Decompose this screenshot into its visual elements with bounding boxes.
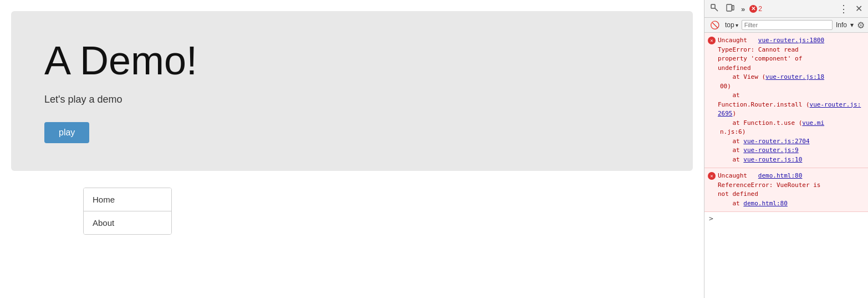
svg-rect-3 xyxy=(732,6,734,10)
log-level-dropdown-button[interactable]: ▾ xyxy=(850,21,854,29)
error-1-link[interactable]: vue-router.js:1800 xyxy=(758,37,824,44)
error-count-badge: ✕ 2 xyxy=(749,5,762,13)
devtools-toolbar: » ✕ 2 ⋮ ✕ xyxy=(704,0,868,18)
nav-menu: Home About xyxy=(83,188,172,235)
devtools-more-menu-button[interactable]: ⋮ xyxy=(836,3,851,15)
context-label: top xyxy=(725,21,734,29)
prompt-chevron: > xyxy=(709,214,713,223)
log-level-info-button[interactable]: Info xyxy=(836,21,847,29)
devtools-close-button[interactable]: ✕ xyxy=(853,3,865,14)
hero-title: A Demo! xyxy=(44,39,665,83)
svg-line-1 xyxy=(715,8,718,11)
error-2-link[interactable]: demo.html:80 xyxy=(758,172,802,179)
svg-rect-2 xyxy=(727,4,732,11)
error-block-2: ✕ Uncaught demo.html:80 ReferenceError: … xyxy=(704,168,868,212)
chevron-down-icon: ▾ xyxy=(850,21,854,29)
more-tabs-button[interactable]: » xyxy=(739,3,747,14)
chevron-down-icon: ▾ xyxy=(736,22,738,28)
error-icon-1: ✕ xyxy=(708,37,716,44)
no-entry-button[interactable]: 🚫 xyxy=(708,19,722,31)
play-button[interactable]: play xyxy=(44,122,89,143)
inspect-element-button[interactable] xyxy=(708,2,721,15)
error-block-1: ✕ Uncaught vue-router.js:1800 TypeError:… xyxy=(704,33,868,168)
vue-router-10-link[interactable]: vue-router.js:10 xyxy=(743,156,802,163)
demo-html-link[interactable]: demo.html:80 xyxy=(743,200,787,207)
hero-subtitle: Let's play a demo xyxy=(44,94,665,105)
error-1-text: Uncaught vue-router.js:1800 TypeError: C… xyxy=(718,36,864,164)
more-tabs-icon: » xyxy=(741,5,745,13)
context-selector-button[interactable]: top ▾ xyxy=(725,21,738,29)
hero-card: A Demo! Let's play a demo play xyxy=(11,11,693,171)
browser-content: A Demo! Let's play a demo play Home Abou… xyxy=(0,0,704,298)
console-filter-input[interactable] xyxy=(742,20,833,30)
device-toolbar-button[interactable] xyxy=(723,2,737,15)
vue-router-2704-link[interactable]: vue-router.js:2704 xyxy=(743,138,809,145)
devtools-console: ✕ Uncaught vue-router.js:1800 TypeError:… xyxy=(704,33,868,298)
nav-item-home[interactable]: Home xyxy=(84,188,171,211)
vue-router-view-link[interactable]: vue-router.js:18 xyxy=(765,73,824,80)
vue-min-link[interactable]: vue.mi xyxy=(802,119,824,127)
error-2-text: Uncaught demo.html:80 ReferenceError: Vu… xyxy=(718,171,820,208)
vue-router-install-link[interactable]: vue-router.js:2695 xyxy=(718,101,861,118)
devtools-filter-bar: 🚫 top ▾ Info ▾ ⚙ xyxy=(704,18,868,33)
nav-item-about[interactable]: About xyxy=(84,211,171,234)
devtools-panel: » ✕ 2 ⋮ ✕ 🚫 top ▾ Info ▾ ⚙ ✕ Uncaught vu… xyxy=(704,0,868,298)
vue-router-9-link[interactable]: vue-router.js:9 xyxy=(743,147,798,154)
console-prompt-line: > xyxy=(704,212,868,225)
error-count: 2 xyxy=(758,5,762,13)
error-circle-icon: ✕ xyxy=(749,5,757,13)
svg-rect-0 xyxy=(711,4,715,8)
console-settings-button[interactable]: ⚙ xyxy=(857,20,865,31)
error-icon-2: ✕ xyxy=(708,172,716,180)
